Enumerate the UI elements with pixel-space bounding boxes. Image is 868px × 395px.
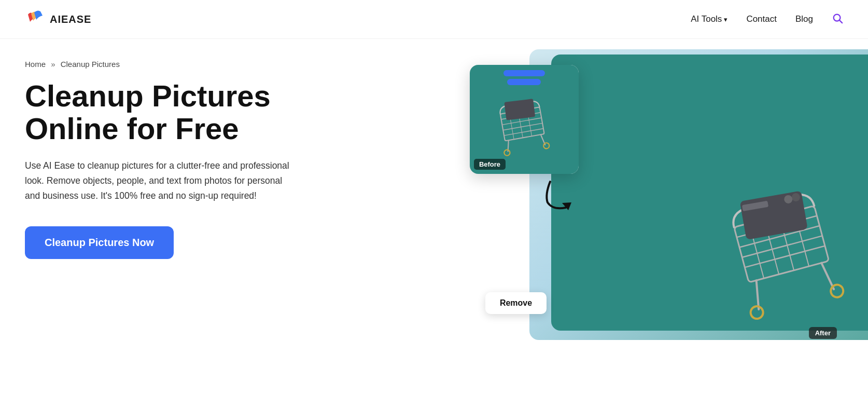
cart-after-svg — [671, 123, 868, 331]
svg-point-29 — [503, 149, 510, 156]
svg-rect-31 — [504, 99, 535, 120]
main-image-card — [551, 55, 868, 331]
svg-line-22 — [503, 123, 542, 130]
svg-line-23 — [504, 129, 543, 135]
arrow-icon — [542, 174, 584, 215]
before-label: Before — [474, 159, 506, 170]
logo-icon — [25, 9, 45, 29]
breadcrumb-current: Cleanup Pictures — [61, 60, 120, 69]
nav-contact[interactable]: Contact — [746, 14, 777, 24]
nav-blog[interactable]: Blog — [795, 14, 813, 24]
svg-line-1 — [839, 20, 842, 23]
before-image: Before — [470, 65, 579, 174]
main-nav: AI Tools ▾ Contact Blog — [691, 12, 843, 26]
cleanup-pictures-button[interactable]: Cleanup Pictures Now — [25, 226, 174, 259]
hero-right: Before Remove After — [475, 55, 843, 345]
breadcrumb-separator: » — [51, 60, 55, 69]
logo-text: AIEASE — [50, 13, 91, 25]
breadcrumb: Home » Cleanup Pictures — [25, 60, 454, 69]
pill-2 — [507, 79, 541, 85]
svg-line-5 — [742, 236, 822, 257]
svg-line-6 — [745, 246, 825, 267]
remove-button[interactable]: Remove — [485, 292, 547, 314]
hero-title: Cleanup Pictures Online for Free — [25, 80, 454, 145]
breadcrumb-home[interactable]: Home — [25, 60, 46, 69]
nav-ai-tools[interactable]: AI Tools ▾ — [691, 14, 727, 24]
logo[interactable]: AIEASE — [25, 9, 91, 29]
before-card: Before — [470, 65, 579, 174]
mini-cart-svg — [488, 91, 561, 158]
hero-left: Home » Cleanup Pictures Cleanup Pictures… — [25, 55, 475, 259]
search-icon[interactable] — [832, 12, 843, 26]
hero-description: Use AI Ease to cleanup pictures for a cl… — [25, 158, 295, 203]
pill-objects — [503, 70, 545, 85]
svg-point-13 — [749, 305, 764, 320]
pill-1 — [503, 70, 545, 76]
after-label: After — [809, 327, 837, 339]
svg-point-30 — [543, 142, 550, 149]
svg-line-11 — [751, 280, 764, 309]
svg-marker-32 — [562, 202, 571, 210]
